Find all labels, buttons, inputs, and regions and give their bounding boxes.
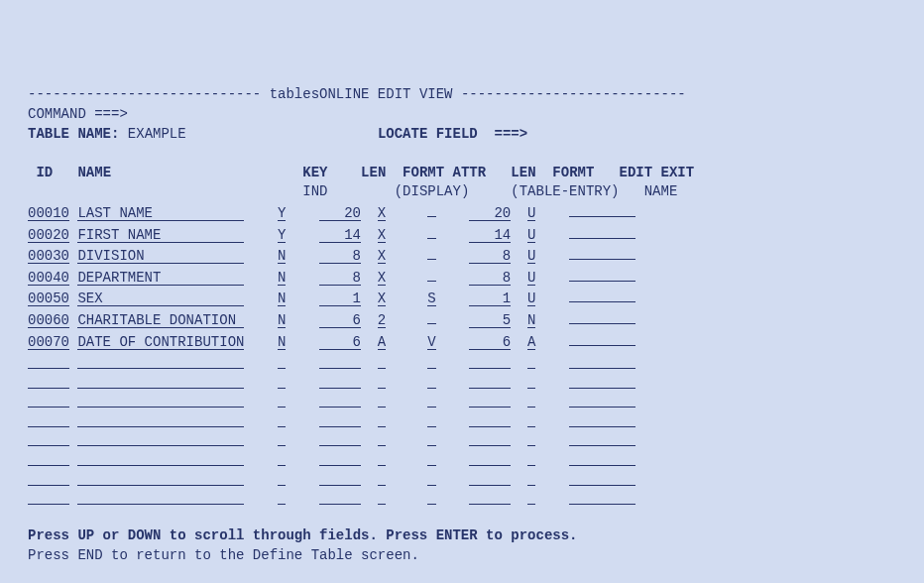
- field-name[interactable]: CHARITABLE DONATION: [77, 313, 244, 328]
- field-len-disp[interactable]: [319, 471, 361, 486]
- field-editexit[interactable]: [569, 309, 635, 324]
- field-editexit[interactable]: [569, 451, 635, 466]
- field-len-table[interactable]: [469, 490, 511, 505]
- field-id[interactable]: 00060: [28, 313, 69, 328]
- field-editexit[interactable]: [569, 224, 635, 239]
- field-len-disp[interactable]: [319, 374, 361, 389]
- field-formt-disp[interactable]: X: [378, 271, 386, 286]
- field-len-table[interactable]: 14: [469, 228, 511, 243]
- field-name[interactable]: [77, 354, 244, 369]
- field-name[interactable]: [77, 374, 244, 389]
- field-id[interactable]: 00050: [28, 292, 69, 306]
- field-len-table[interactable]: [469, 471, 511, 486]
- field-len-table[interactable]: [469, 451, 511, 466]
- field-attr[interactable]: [427, 245, 435, 260]
- field-len-disp[interactable]: 6: [319, 335, 361, 350]
- field-id[interactable]: [28, 412, 69, 427]
- field-id[interactable]: [28, 374, 69, 389]
- field-editexit[interactable]: [569, 490, 635, 505]
- field-attr[interactable]: [427, 224, 435, 239]
- field-id[interactable]: 00040: [28, 271, 69, 286]
- table-name-value[interactable]: EXAMPLE: [128, 126, 378, 142]
- field-editexit[interactable]: [569, 354, 635, 369]
- field-attr[interactable]: [427, 354, 435, 369]
- field-attr[interactable]: [427, 393, 435, 408]
- field-editexit[interactable]: [569, 412, 635, 427]
- field-attr[interactable]: [427, 202, 435, 217]
- field-attr[interactable]: [427, 267, 435, 282]
- field-len-table[interactable]: [469, 354, 511, 369]
- field-formt-disp[interactable]: [378, 412, 386, 427]
- field-formt-disp[interactable]: X: [378, 292, 386, 306]
- field-len-table[interactable]: [469, 412, 511, 427]
- field-id[interactable]: 00020: [28, 228, 69, 243]
- field-len-disp[interactable]: [319, 354, 361, 369]
- field-formt-disp[interactable]: X: [378, 228, 386, 243]
- field-len-disp[interactable]: [319, 412, 361, 427]
- field-id[interactable]: [28, 471, 69, 486]
- field-formt-disp[interactable]: [378, 354, 386, 369]
- field-formt-disp[interactable]: A: [378, 335, 386, 350]
- field-formt-disp[interactable]: 2: [378, 313, 386, 328]
- field-editexit[interactable]: [569, 245, 635, 260]
- field-name[interactable]: [77, 393, 244, 408]
- field-len-table[interactable]: [469, 431, 511, 446]
- field-editexit[interactable]: [569, 431, 635, 446]
- field-formt-disp[interactable]: [378, 431, 386, 446]
- field-name[interactable]: [77, 490, 244, 505]
- field-len-disp[interactable]: 1: [319, 292, 361, 306]
- field-len-table[interactable]: 6: [469, 335, 511, 350]
- field-formt-disp[interactable]: X: [378, 249, 386, 264]
- field-name[interactable]: SEX: [77, 292, 244, 306]
- field-name[interactable]: DATE OF CONTRIBUTION: [77, 335, 244, 350]
- field-name[interactable]: [77, 412, 244, 427]
- field-attr[interactable]: [427, 451, 435, 466]
- field-attr[interactable]: [427, 490, 435, 505]
- field-name[interactable]: [77, 431, 244, 446]
- field-editexit[interactable]: [569, 331, 635, 346]
- field-len-disp[interactable]: 14: [319, 228, 361, 243]
- field-name[interactable]: LAST NAME: [77, 206, 244, 221]
- field-len-disp[interactable]: [319, 431, 361, 446]
- field-editexit[interactable]: [569, 471, 635, 486]
- field-id[interactable]: 00070: [28, 335, 69, 350]
- field-name[interactable]: DEPARTMENT: [77, 271, 244, 286]
- field-id[interactable]: 00010: [28, 206, 69, 221]
- field-len-table[interactable]: 8: [469, 271, 511, 286]
- field-id[interactable]: [28, 393, 69, 408]
- field-attr[interactable]: [427, 412, 435, 427]
- field-attr[interactable]: [427, 374, 435, 389]
- field-len-table[interactable]: [469, 393, 511, 408]
- field-editexit[interactable]: [569, 393, 635, 408]
- field-len-table[interactable]: 8: [469, 249, 511, 264]
- field-formt-disp[interactable]: X: [378, 206, 386, 221]
- field-id[interactable]: [28, 490, 69, 505]
- field-len-disp[interactable]: 8: [319, 271, 361, 286]
- field-len-table[interactable]: 5: [469, 313, 511, 328]
- field-id[interactable]: [28, 354, 69, 369]
- field-editexit[interactable]: [569, 288, 635, 302]
- field-name[interactable]: [77, 471, 244, 486]
- field-attr[interactable]: V: [427, 335, 435, 350]
- field-len-disp[interactable]: 8: [319, 249, 361, 264]
- field-len-disp[interactable]: 6: [319, 313, 361, 328]
- field-editexit[interactable]: [569, 267, 635, 282]
- field-formt-disp[interactable]: [378, 393, 386, 408]
- field-formt-disp[interactable]: [378, 490, 386, 505]
- field-name[interactable]: [77, 451, 244, 466]
- field-attr[interactable]: [427, 431, 435, 446]
- field-formt-disp[interactable]: [378, 451, 386, 466]
- field-len-disp[interactable]: [319, 451, 361, 466]
- field-formt-disp[interactable]: [378, 471, 386, 486]
- field-len-disp[interactable]: 20: [319, 206, 361, 221]
- field-formt-disp[interactable]: [378, 374, 386, 389]
- field-id[interactable]: 00030: [28, 249, 69, 264]
- field-id[interactable]: [28, 451, 69, 466]
- field-id[interactable]: [28, 431, 69, 446]
- field-editexit[interactable]: [569, 202, 635, 217]
- field-len-disp[interactable]: [319, 490, 361, 505]
- field-name[interactable]: FIRST NAME: [77, 228, 244, 243]
- field-editexit[interactable]: [569, 374, 635, 389]
- field-len-table[interactable]: 1: [469, 292, 511, 306]
- field-len-table[interactable]: 20: [469, 206, 511, 221]
